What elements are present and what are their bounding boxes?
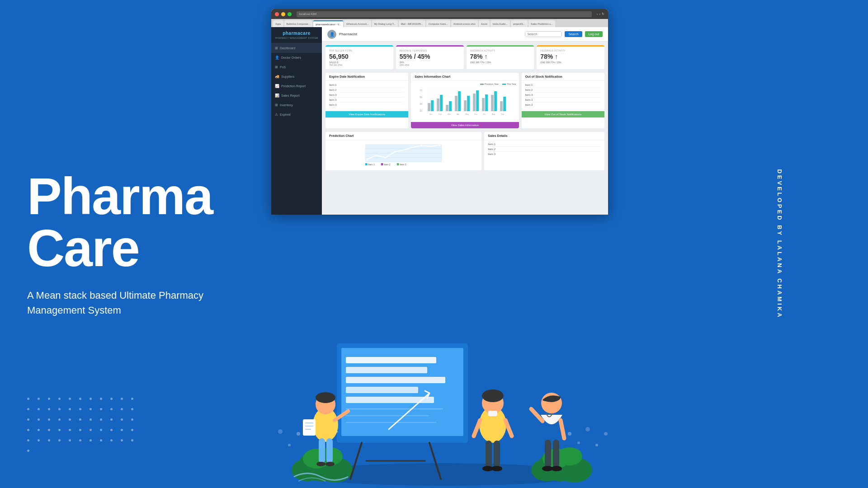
browser-tab[interactable]: Azure [479,20,490,27]
prediction-dot [394,151,396,153]
dot [79,408,81,410]
svg-text:50: 50 [420,96,422,99]
sidebar-item-doctor-orders[interactable]: 👤 Doctor Orders [271,53,322,62]
sidebar-item-expired[interactable]: ⚠ Expired [271,110,322,119]
deco-dot [568,432,571,436]
prediction-dot [439,144,441,146]
browser-tab[interactable]: looks Audio... [491,20,510,27]
sidebar-item-suppliers[interactable]: 🚚 Suppliers [271,72,322,81]
prediction-dot [367,158,368,160]
deco-dot [297,432,300,436]
dot [27,450,29,452]
sales-chart-body: Previous Year This Year 70 50 30 10 [411,81,519,120]
stat-sub: 1560 368 77% / 23% [470,61,531,64]
stat-card-2: REVENUE / EXPENSES 55% / 45% 30% 25% 45% [396,45,464,69]
deco-dot [585,427,590,432]
bar-curr-mar [449,101,452,111]
browser-minimize-btn[interactable] [281,12,285,16]
doctor-orders-icon: 👤 [275,56,279,60]
stat-sub2: 750,000 25% [329,64,390,66]
prediction-legend-icon [397,163,399,165]
stat-sub-val: 750,000 25% [329,64,342,66]
browser-tab[interactable]: Android screen shot [451,20,478,27]
app-container: pharmacare PHARMACY MANAGEMENT SYSTEM ⊞ … [271,27,608,215]
view-expire-btn[interactable]: View Expire Date Notifications [326,111,408,117]
browser-refresh[interactable]: ↻ [602,12,604,16]
sales-details-header: Sales Details [484,132,604,140]
browser-controls: ‹ › ↻ [597,12,604,16]
browser-tab[interactable]: Ballerina Composer... [284,20,313,27]
stat-value: 55% / 45% [400,53,460,60]
bar-prev-jun [473,94,476,111]
prediction-item-label: Item 1 [368,163,375,166]
dot [121,418,123,421]
sales-detail-item-1: Item 1 [488,142,601,147]
browser-back[interactable]: ‹ [597,12,598,16]
sidebar-item-inventory[interactable]: ⊞ Inventory [271,100,322,110]
dot [100,408,102,410]
dot [79,429,81,431]
decorative-dots-left [27,398,139,452]
browser-tab[interactable]: Apps [273,20,283,27]
bar-curr-apr [458,91,461,111]
topbar-right-area: Search Log out [525,31,603,37]
stats-row: TOP SELLER TOTAL 56,950 SALES $ 750,000 … [326,45,604,69]
browser-tab[interactable]: Computer Assis... [426,20,450,27]
sales-icon: 📊 [275,94,279,98]
person1-shoe-right [326,462,335,466]
stat-sub-val: 1560 368 77% / 23% [540,61,561,64]
sidebar-item-label: Prediction Report [281,84,306,88]
view-sales-btn[interactable]: View Sales Information [411,122,519,128]
outofstock-panel-header: Out of Stock Notification [522,73,604,81]
sidebar-item-dashboard[interactable]: ⊞ Dashboard [271,43,322,53]
person1-shoe-left [316,462,326,466]
stat-label: REVENUE / EXPENSES [400,49,460,52]
svg-text:30: 30 [420,103,422,105]
prediction-item-label: Item 3 [400,163,406,166]
person2-leg-right [494,441,500,468]
browser-tab[interactable]: Ethereum Account... [344,20,371,27]
browser-forward[interactable]: › [599,12,600,16]
person1-hair [316,392,335,403]
dot [100,429,102,431]
browser-tab[interactable]: Mail - IMF2019/85... [399,20,425,27]
dot [48,418,50,421]
dashboard-icon: ⊞ [275,46,278,50]
browser-maximize-btn[interactable] [288,12,292,16]
browser-tab[interactable]: Sales Prediction u... [528,20,555,27]
bar-prev-apr [455,96,458,111]
view-outofstock-btn[interactable]: View Out of Stock Notifications [522,111,604,117]
stat-label: FEEDBACK ACTIVITY [540,49,601,52]
stat-sub2: 25% 45% [400,64,460,66]
expire-item-3: Item 3 [329,93,405,98]
sales-detail-item-3: Item 3 [488,152,601,156]
logout-button[interactable]: Log out [585,31,603,37]
url-bar[interactable]: localhost:4200 [297,11,592,17]
stat-value: 56,950 [329,53,390,60]
browser-tab[interactable]: project01... [511,20,528,27]
dot [121,408,123,410]
dot [27,408,29,410]
svg-point-31 [557,447,582,465]
stat-value: 78% ↑ [540,53,601,60]
browser-tab[interactable]: My Dialog Long T... [372,20,398,27]
stat-label: TOP SELLER TOTAL [329,49,390,52]
browser-close-btn[interactable] [275,12,279,16]
board-bar-2 [346,367,427,373]
expire-item-4: Item 3 [329,98,405,103]
person2-collar [488,411,497,416]
expire-date-panel: Expire Date Notification Item 1 Item 2 I… [326,73,408,128]
board-bar-4 [346,387,418,393]
sidebar-item-pos[interactable]: ⊞ PoS [271,62,322,72]
search-input[interactable] [525,32,561,37]
dot [69,408,71,410]
sidebar-item-prediction[interactable]: 📈 Prediction Report [271,81,322,91]
sidebar-item-sales[interactable]: 📊 Sales Report [271,91,322,100]
line-chart-svg: Item 1 Item 2 Item 3 [328,142,479,167]
bar-prev-sep [500,101,503,111]
expired-icon: ⚠ [275,113,278,117]
dot [90,398,92,400]
search-button[interactable]: Search [565,31,582,37]
browser-tab-active[interactable]: pharmawebcation - V... [313,20,343,27]
stat-card-1: TOP SELLER TOTAL 56,950 SALES $ 750,000 … [326,45,393,69]
